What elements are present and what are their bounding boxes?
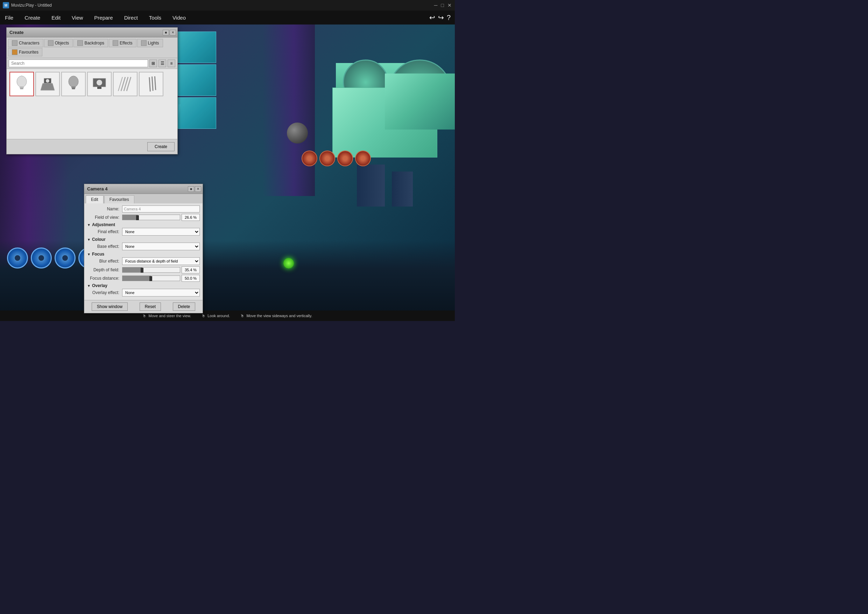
redo-icon[interactable]: ↪: [438, 13, 444, 22]
undo-icon[interactable]: ↩: [429, 13, 435, 22]
create-panel-minimize[interactable]: ■: [163, 30, 169, 35]
cam-lens: [385, 73, 455, 129]
show-window-button[interactable]: Show window: [91, 302, 128, 311]
focus-dist-label: Focus distance:: [87, 276, 122, 281]
tab-favourites-label: Favourites: [19, 50, 39, 54]
dof-label: Depth of field:: [87, 267, 122, 272]
camera-panel-controls: ■ ✕: [188, 186, 201, 192]
tab-objects[interactable]: Objects: [44, 39, 73, 47]
menu-edit[interactable]: Edit: [51, 13, 61, 22]
lights-icon: [141, 40, 147, 46]
tab-effects-label: Effects: [119, 40, 132, 45]
menu-tools[interactable]: Tools: [148, 13, 162, 22]
svg-point-0: [17, 76, 26, 87]
focus-triangle-icon: ▼: [87, 252, 91, 256]
focus-dist-slider[interactable]: [122, 275, 180, 281]
svg-rect-1: [20, 87, 24, 88]
camera-panel-title: Camera 4: [87, 186, 108, 191]
light-item-directional[interactable]: [113, 72, 138, 96]
light-item-shadow[interactable]: [139, 72, 163, 96]
camera-panel-close[interactable]: ✕: [195, 186, 201, 192]
menu-direct[interactable]: Direct: [124, 13, 138, 22]
camera-footer: Show window Reset Delete: [84, 300, 203, 313]
status-text-3: Move the view sideways and vertically.: [246, 314, 312, 318]
menu-prepare[interactable]: Prepare: [93, 13, 113, 22]
dof-slider[interactable]: [122, 267, 180, 273]
camera-tab-favourites[interactable]: Favourites: [104, 195, 134, 204]
tab-backdrops-label: Backdrops: [84, 40, 104, 45]
overlay-effect-select[interactable]: None: [122, 289, 200, 297]
reel-2: [31, 247, 52, 269]
menu-video[interactable]: Video: [172, 13, 186, 22]
reset-button[interactable]: Reset: [140, 302, 161, 311]
nav-icons: ↩ ↪ ?: [429, 13, 451, 22]
menu-view[interactable]: View: [71, 13, 84, 22]
svg-rect-8: [71, 87, 76, 88]
detail-view-button[interactable]: ≡: [167, 59, 175, 67]
tab-lights[interactable]: Lights: [137, 39, 163, 47]
camera-tab-edit[interactable]: Edit: [86, 195, 104, 204]
menu-file[interactable]: File: [4, 13, 14, 22]
svg-rect-2: [20, 88, 23, 89]
menu-create[interactable]: Create: [24, 13, 41, 22]
light-item-point[interactable]: [61, 72, 86, 96]
mouse-right-icon: 🖱: [202, 314, 205, 318]
camera-panel-minimize[interactable]: ■: [188, 186, 194, 192]
tab-characters[interactable]: Characters: [8, 39, 43, 47]
top-reel-3: [337, 151, 353, 166]
light-item-area[interactable]: [87, 72, 112, 96]
delete-button[interactable]: Delete: [173, 302, 195, 311]
mouse-middle-icon: 🖱: [240, 314, 244, 318]
status-text-1: Move and steer the view.: [148, 314, 191, 318]
base-effect-select[interactable]: None: [122, 242, 200, 250]
focus-title: Focus: [92, 252, 104, 256]
blur-effect-select[interactable]: Focus distance & depth of field: [122, 257, 200, 265]
grid-view-button[interactable]: ⊞: [149, 59, 157, 67]
focus-dist-value: 50.0 %: [181, 275, 200, 282]
status-item-1: 🖱 Move and steer the view.: [143, 314, 191, 318]
final-effect-select[interactable]: None: [122, 228, 200, 236]
window-title: Muvizu:Play - Untitled: [11, 3, 52, 8]
create-panel-controls: ■ ✕: [163, 30, 176, 35]
colour-section-header: ▼ Colour: [87, 237, 200, 242]
favourites-icon: [12, 49, 17, 55]
light-item-spot[interactable]: [35, 72, 60, 96]
adjustment-section-header: ▼ Adjustment: [87, 222, 200, 227]
area-light-icon: [91, 76, 107, 92]
focus-section-header: ▼ Focus: [87, 252, 200, 256]
overlay-title: Overlay: [92, 283, 107, 288]
maximize-button[interactable]: □: [440, 2, 445, 8]
fov-row: Field of view: 26.6 %: [87, 214, 200, 221]
objects-icon: [48, 40, 54, 46]
base-effect-label: Base effect:: [87, 244, 122, 249]
close-button[interactable]: ✕: [446, 2, 453, 8]
tab-effects[interactable]: Effects: [109, 39, 136, 47]
create-panel-title-bar: Create ■ ✕: [7, 28, 177, 37]
omni-light-icon: [15, 75, 29, 93]
create-panel-title: Create: [9, 30, 23, 35]
help-icon[interactable]: ?: [447, 14, 451, 22]
tab-favourites[interactable]: Favourites: [8, 48, 42, 56]
cam-stand1: [357, 165, 385, 207]
svg-marker-5: [40, 83, 54, 90]
list-view-button[interactable]: ☰: [158, 59, 166, 67]
status-item-3: 🖱 Move the view sideways and vertically.: [240, 314, 312, 318]
name-label: Name:: [87, 207, 122, 211]
light-item-omni[interactable]: [9, 72, 34, 96]
create-panel-footer: Create: [7, 139, 177, 154]
backdrops-icon: [78, 40, 83, 46]
search-input[interactable]: [9, 59, 148, 67]
effects-icon: [113, 40, 118, 46]
name-input[interactable]: [122, 205, 200, 213]
top-reel-4: [355, 151, 371, 166]
fov-slider[interactable]: [122, 215, 180, 220]
point-light-icon: [67, 75, 81, 93]
window-controls[interactable]: ─ □ ✕: [433, 2, 453, 8]
overlay-triangle-icon: ▼: [87, 284, 91, 288]
minimize-button[interactable]: ─: [433, 2, 439, 8]
tab-backdrops[interactable]: Backdrops: [73, 39, 108, 47]
dof-value: 35.4 %: [181, 266, 200, 274]
create-panel-close[interactable]: ✕: [170, 30, 176, 35]
create-button[interactable]: Create: [147, 142, 175, 151]
overlay-effect-label: Overlay effect:: [87, 290, 122, 295]
